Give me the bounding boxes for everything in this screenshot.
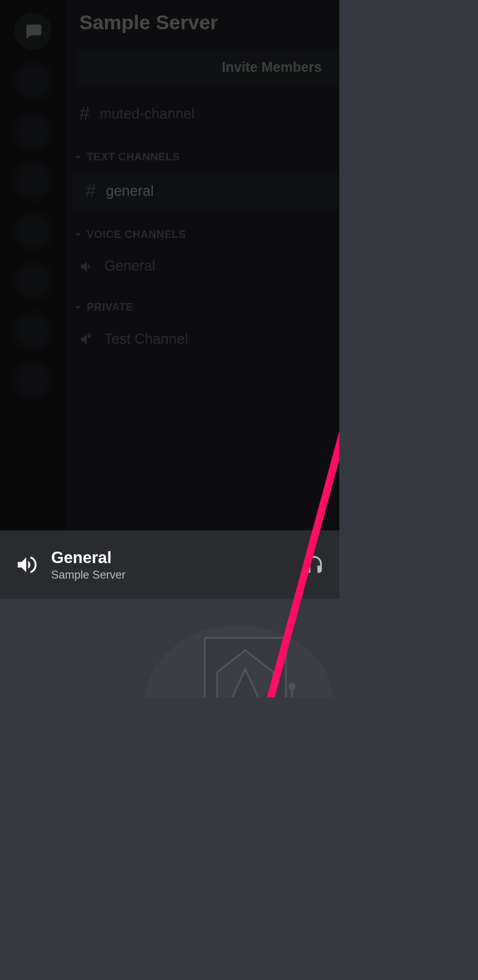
dim-overlay <box>0 0 339 530</box>
voice-channel-bar[interactable]: General Sample Server <box>0 530 339 599</box>
voice-illustration <box>127 619 339 697</box>
voice-join-panel: Ready to talk? Grab a seat in this voice… <box>0 599 339 697</box>
headphones-icon[interactable] <box>303 554 325 576</box>
speaker-icon <box>15 553 38 576</box>
voice-server-name: Sample Server <box>51 568 126 582</box>
voice-channel-name: General <box>51 548 126 568</box>
svg-point-18 <box>290 684 295 689</box>
